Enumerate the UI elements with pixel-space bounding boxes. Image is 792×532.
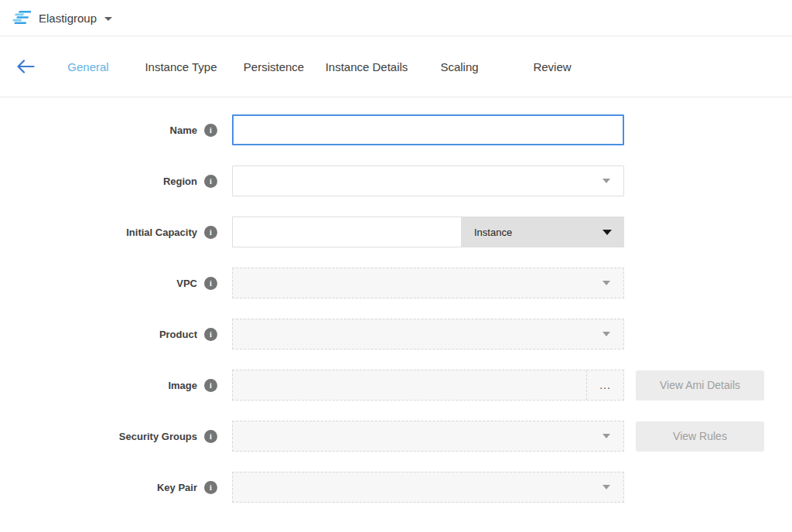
image-info-icon[interactable]: i: [204, 379, 217, 392]
vpc-row: VPC i: [0, 268, 792, 298]
product-label: Product: [159, 329, 197, 340]
security-groups-label: Security Groups: [119, 431, 197, 442]
view-rules-button[interactable]: View Rules: [636, 421, 764, 452]
general-settings-form: Name i Region i Initial Capacity i Insta…: [0, 97, 792, 503]
key-pair-select[interactable]: [232, 472, 624, 503]
key-pair-caret-icon: [603, 485, 610, 489]
image-browse-button[interactable]: ...: [586, 370, 623, 400]
vpc-select[interactable]: [232, 268, 624, 298]
product-info-icon[interactable]: i: [204, 328, 217, 341]
tab-instance-details[interactable]: Instance Details: [320, 60, 413, 73]
image-row: Image i ... View Ami Details: [0, 370, 792, 401]
app-title: Elastigroup: [39, 12, 97, 25]
app-header: Elastigroup: [0, 0, 792, 36]
tab-persistence[interactable]: Persistence: [227, 60, 320, 73]
initial-capacity-input[interactable]: [232, 217, 462, 247]
elastigroup-logo-icon: [11, 10, 31, 26]
security-groups-row: Security Groups i View Rules: [0, 421, 792, 452]
product-caret-icon: [603, 332, 610, 336]
capacity-unit-value: Instance: [474, 227, 512, 238]
region-select[interactable]: [232, 165, 624, 196]
initial-capacity-row: Initial Capacity i Instance: [0, 217, 792, 247]
wizard-tabs: General Instance Type Persistence Instan…: [42, 60, 599, 73]
capacity-unit-caret-icon: [603, 230, 612, 235]
security-groups-select[interactable]: [232, 421, 624, 452]
tab-general[interactable]: General: [42, 60, 135, 73]
product-row: Product i: [0, 319, 792, 350]
initial-capacity-label: Initial Capacity: [126, 227, 197, 238]
tab-instance-type[interactable]: Instance Type: [135, 60, 227, 73]
capacity-unit-select[interactable]: Instance: [462, 217, 624, 247]
name-info-icon[interactable]: i: [204, 124, 217, 137]
security-groups-info-icon[interactable]: i: [204, 430, 217, 443]
security-groups-caret-icon: [603, 434, 610, 438]
tab-scaling[interactable]: Scaling: [413, 60, 506, 73]
name-row: Name i: [0, 114, 792, 145]
name-label: Name: [170, 124, 197, 136]
region-caret-icon: [603, 179, 610, 183]
elastigroup-menu-trigger[interactable]: Elastigroup: [11, 10, 112, 26]
back-arrow-icon: [16, 60, 35, 73]
image-input[interactable]: ...: [232, 370, 624, 401]
vpc-caret-icon: [603, 281, 610, 285]
back-button[interactable]: [12, 57, 39, 76]
initial-capacity-info-icon[interactable]: i: [204, 226, 217, 239]
key-pair-info-icon[interactable]: i: [204, 481, 217, 494]
header-dropdown-caret-icon: [104, 17, 112, 21]
region-label: Region: [163, 176, 197, 187]
key-pair-label: Key Pair: [157, 482, 197, 493]
wizard-tab-bar: General Instance Type Persistence Instan…: [0, 36, 792, 97]
product-select[interactable]: [232, 319, 624, 350]
vpc-label: VPC: [176, 278, 197, 289]
region-row: Region i: [0, 165, 792, 196]
view-ami-details-button[interactable]: View Ami Details: [636, 370, 764, 401]
region-info-icon[interactable]: i: [204, 175, 217, 188]
key-pair-row: Key Pair i: [0, 472, 792, 503]
tab-review[interactable]: Review: [506, 60, 599, 73]
vpc-info-icon[interactable]: i: [204, 277, 217, 290]
image-label: Image: [168, 380, 197, 391]
name-input[interactable]: [232, 114, 624, 145]
